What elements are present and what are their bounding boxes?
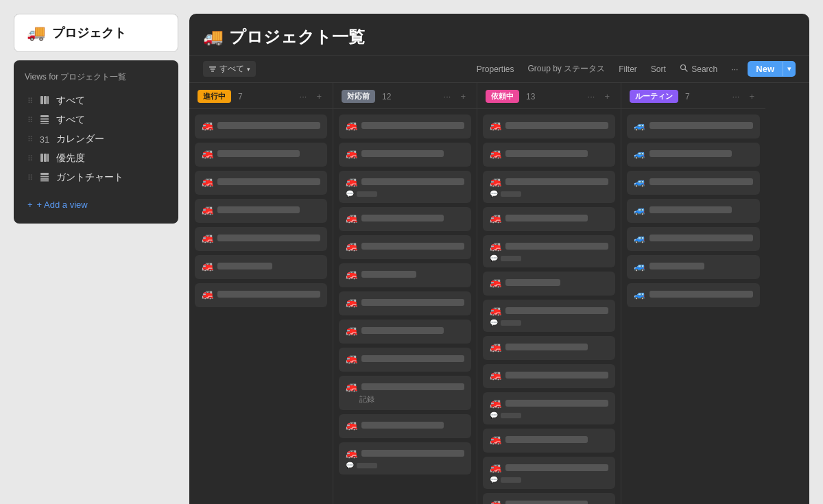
app-wrapper: 🚚 プロジェクト Views for プロジェクト一覧 ⠿ すべて ⠿ <box>14 14 809 504</box>
group-by-button[interactable]: Group by ステータス <box>523 61 609 77</box>
table-row[interactable]: 🚒 <box>483 493 615 504</box>
search-button[interactable]: Search <box>676 62 721 76</box>
card-emoji: 🚙 <box>634 148 645 159</box>
table-row[interactable]: 🚒 <box>339 235 471 259</box>
table-row[interactable]: 🚒 <box>483 272 615 296</box>
project-header[interactable]: 🚚 プロジェクト <box>14 14 178 52</box>
table-row[interactable]: 🚒 <box>195 171 327 195</box>
table-row[interactable]: 🚒 <box>195 199 327 223</box>
column-more-button[interactable]: ··· <box>297 90 310 103</box>
more-button[interactable]: ··· <box>727 62 742 76</box>
column-more-button[interactable]: ··· <box>441 90 454 103</box>
table-row[interactable]: 🚒 <box>483 143 615 167</box>
card-title-blur <box>505 501 588 504</box>
column-header-col3: 依頼中13···+ <box>477 83 621 109</box>
comment-icon: 💬 <box>346 461 354 469</box>
table-row[interactable]: 🚒 <box>195 115 327 139</box>
table-row[interactable]: 🚒 <box>339 115 471 139</box>
column-add-button[interactable]: + <box>746 90 757 103</box>
view-label: すべて <box>56 114 85 126</box>
table-row[interactable]: 🚒 <box>339 320 471 344</box>
table-row[interactable]: 🚒記録 <box>339 376 471 410</box>
search-icon <box>680 64 688 72</box>
table-row[interactable]: 🚒 <box>195 227 327 251</box>
column-more-button[interactable]: ··· <box>730 90 743 103</box>
card-title-blur <box>505 464 608 471</box>
card-title-blur <box>505 307 608 314</box>
card-emoji: 🚙 <box>634 120 645 131</box>
table-row[interactable]: 🚒💬 <box>483 392 615 424</box>
project-emoji: 🚚 <box>27 24 45 42</box>
comment-blur <box>357 463 377 468</box>
table-row[interactable]: 🚒💬 <box>483 457 615 489</box>
filter-all-chip[interactable]: すべて ▾ <box>203 61 256 77</box>
table-row[interactable]: 🚙 <box>627 171 760 195</box>
table-row[interactable]: 🚒 <box>339 143 471 167</box>
table-row[interactable]: 🚙 <box>627 255 760 279</box>
table-row[interactable]: 🚒💬 <box>483 171 615 203</box>
sidebar-item-priority[interactable]: ⠿ 優先度 <box>25 149 167 168</box>
card-emoji: 🚒 <box>346 420 357 431</box>
table-row[interactable]: 🚒💬 <box>483 300 615 332</box>
new-button-label[interactable]: New <box>748 61 783 77</box>
table-row[interactable]: 🚙 <box>627 143 760 167</box>
card-title-blur <box>361 150 444 157</box>
table-row[interactable]: 🚒💬 <box>339 171 471 203</box>
table-row[interactable]: 🚙 <box>627 115 760 139</box>
card-emoji: 🚒 <box>490 305 501 316</box>
table-row[interactable]: 🚒 <box>339 414 471 438</box>
sidebar-item-all-board[interactable]: ⠿ すべて <box>25 91 167 110</box>
column-cards: 🚒🚒🚒🚒🚒🚒🚒 <box>189 109 333 504</box>
kanban-column-col3: 依頼中13···+🚒🚒🚒💬🚒🚒💬🚒🚒💬🚒🚒🚒💬🚒🚒💬🚒+ New <box>477 83 621 504</box>
table-row[interactable]: 🚒 <box>339 207 471 231</box>
table-row[interactable]: 🚒 <box>483 115 615 139</box>
card-comment: 💬 <box>490 254 608 262</box>
sidebar-item-gantt[interactable]: ⠿ ガントチャート <box>25 168 167 187</box>
table-row[interactable]: 🚒 <box>483 336 615 360</box>
view-label: すべて <box>56 95 85 107</box>
calendar-icon: 31 <box>38 134 51 145</box>
table-row[interactable]: 🚒💬 <box>483 235 615 267</box>
column-add-button[interactable]: + <box>457 90 468 103</box>
table-row[interactable]: 🚒 <box>339 348 471 372</box>
card-emoji: 🚙 <box>634 289 645 300</box>
card-emoji: 🚒 <box>490 434 501 445</box>
table-row[interactable]: 🚙 <box>627 227 760 251</box>
comment-icon: 💬 <box>490 411 498 419</box>
card-title-blur <box>361 178 464 185</box>
table-row[interactable]: 🚒 <box>195 255 327 279</box>
status-badge: 対応前 <box>342 90 375 103</box>
new-chevron-icon[interactable]: ▾ <box>783 62 796 76</box>
table-row[interactable]: 🚒 <box>483 429 615 453</box>
add-view-button[interactable]: + + Add a view <box>25 197 167 213</box>
filter-button[interactable]: Filter <box>615 62 641 76</box>
view-label: カレンダー <box>56 133 104 145</box>
table-row[interactable]: 🚒 <box>195 283 327 307</box>
sidebar-item-calendar[interactable]: ⠿ 31 カレンダー <box>25 130 167 149</box>
svg-rect-15 <box>211 69 215 70</box>
table-row[interactable]: 🚒 <box>483 364 615 388</box>
table-row[interactable]: 🚙 <box>627 283 760 307</box>
table-row[interactable]: 🚙 <box>627 199 760 223</box>
properties-button[interactable]: Properties <box>473 62 518 76</box>
comment-icon: 💬 <box>490 476 498 483</box>
drag-handle-icon: ⠿ <box>27 97 33 106</box>
sort-button[interactable]: Sort <box>647 62 670 76</box>
card-emoji: 🚒 <box>346 297 357 308</box>
project-title: プロジェクト <box>52 25 126 41</box>
table-row[interactable]: 🚒 <box>339 291 471 315</box>
svg-rect-5 <box>40 121 49 122</box>
table-row[interactable]: 🚒 <box>483 207 615 231</box>
column-add-button[interactable]: + <box>313 90 324 103</box>
column-header-col1: 進行中7···+ <box>189 83 333 109</box>
column-add-button[interactable]: + <box>601 90 612 103</box>
column-more-button[interactable]: ··· <box>585 90 598 103</box>
table-row[interactable]: 🚒 <box>339 263 471 287</box>
table-row[interactable]: 🚒💬 <box>339 442 471 475</box>
drag-handle-icon: ⠿ <box>27 154 33 163</box>
card-comment: 💬 <box>346 190 464 197</box>
card-title-blur <box>505 122 608 129</box>
table-row[interactable]: 🚒 <box>195 143 327 167</box>
sidebar-item-all-table[interactable]: ⠿ すべて <box>25 110 167 130</box>
new-button-group[interactable]: New ▾ <box>748 61 796 77</box>
